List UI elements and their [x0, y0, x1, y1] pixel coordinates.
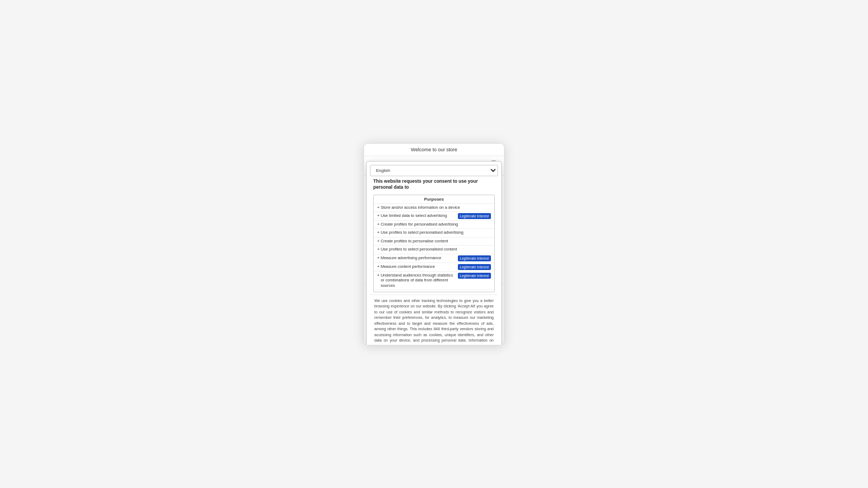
purpose-text-6: Use profiles to select personalised cont… [381, 247, 457, 252]
legitimate-interest-btn-7[interactable]: Legitimate Interest [458, 255, 491, 261]
legitimate-interest-btn-8[interactable]: Legitimate Interest [458, 264, 491, 270]
purpose-expand-4[interactable]: + [377, 230, 380, 235]
purpose-text-2: Use limited data to select advertising [381, 213, 447, 219]
consent-modal: English French German Spanish This websi… [366, 161, 502, 345]
purpose-item-10: + Develop and improve... [374, 290, 494, 292]
purpose-text-7: Measure advertising performance [381, 255, 442, 261]
legitimate-interest-btn-9[interactable]: Legitimate Interest [458, 273, 491, 279]
purpose-item-8: + Measure content performance Legitimate… [374, 263, 494, 272]
purpose-item-3: + Create profiles for personalised adver… [374, 221, 494, 229]
announcement-bar: Welcome to our store [364, 144, 504, 156]
purpose-text-9: Understand audiences through statistics … [381, 273, 456, 288]
purpose-text-5: Create profiles to personalise content [381, 239, 448, 244]
purpose-expand-10[interactable]: + [377, 291, 380, 292]
language-select[interactable]: English French German Spanish [370, 165, 498, 176]
purpose-expand-1[interactable]: + [377, 205, 380, 210]
purpose-expand-5[interactable]: + [377, 239, 380, 244]
purpose-item-6: + Use profiles to select personalised co… [374, 246, 494, 254]
announcement-text: Welcome to our store [411, 147, 457, 152]
purpose-item-7: + Measure advertising performance Legiti… [374, 254, 494, 263]
purpose-expand-7[interactable]: + [377, 255, 380, 261]
purpose-expand-6[interactable]: + [377, 247, 380, 252]
consent-description: We use cookies and other tracking techno… [370, 294, 498, 345]
purposes-container: Purposes + Store and/or access informati… [373, 195, 495, 292]
purpose-text-1: Store and/or access information on a dev… [381, 205, 460, 210]
purposes-header: Purposes [374, 195, 494, 204]
purpose-expand-3[interactable]: + [377, 222, 380, 227]
purpose-expand-2[interactable]: + [377, 213, 380, 219]
consent-title: This website requests your consent to us… [370, 178, 498, 192]
purpose-text-3: Create profiles for personalised adverti… [381, 222, 458, 227]
purpose-item-2: + Use limited data to select advertising… [374, 212, 494, 221]
browser-frame: Welcome to our store ☰ FlexyConsentStore… [363, 143, 505, 345]
purpose-item-4: + Use profiles to select personalised ad… [374, 229, 494, 237]
purpose-item-5: + Create profiles to personalise content [374, 237, 494, 246]
purpose-text-4: Use profiles to select personalised adve… [381, 230, 464, 235]
purpose-text-8: Measure content performance [381, 264, 435, 269]
purpose-item-9: + Understand audiences through statistic… [374, 272, 494, 290]
legitimate-interest-btn-2[interactable]: Legitimate Interest [458, 213, 491, 219]
purpose-expand-9[interactable]: + [377, 273, 380, 278]
purpose-item-1: + Store and/or access information on a d… [374, 204, 494, 212]
purpose-expand-8[interactable]: + [377, 264, 380, 269]
purpose-text-10: Develop and improve... [381, 291, 423, 292]
